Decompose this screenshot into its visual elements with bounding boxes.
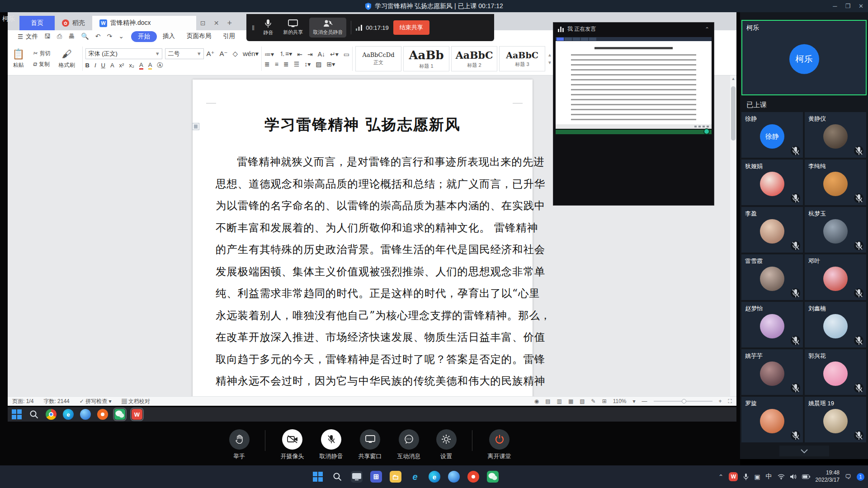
teams-icon[interactable]: ⊞ [370,471,382,483]
start-icon[interactable] [11,409,22,420]
integrate-mode-icon[interactable]: ⊡ [196,16,210,30]
start-icon[interactable] [312,471,324,483]
close-doc-icon[interactable]: ✕ [210,16,223,30]
explorer-icon[interactable]: 🗀 [390,471,401,483]
style-scroll-up-icon[interactable]: ▲ [547,52,552,57]
participant-tile[interactable]: 李纯纯 [805,160,866,205]
participant-tile[interactable]: 刘鑫楠 [805,302,866,347]
export-icon[interactable]: ⎙ [57,33,62,40]
edge-icon[interactable]: e [429,471,440,483]
participant-tile[interactable]: 杭梦玉 [805,207,866,253]
participant-tile[interactable]: 郭兴花 [805,349,866,395]
bold-icon[interactable]: B [85,62,90,69]
battery-icon[interactable] [802,474,810,479]
taskbar-clock[interactable]: 19:48 2022/3/17 [816,469,840,483]
style-标题 2[interactable]: AaBbC 标题 2 [451,46,497,71]
ime-indicator[interactable]: 中 [766,473,772,481]
notification-center-icon[interactable]: 🗨 [845,473,851,480]
wps-tray-icon[interactable]: W [729,472,738,481]
scroll-up-icon[interactable]: ▲ [730,75,736,82]
participant-tile[interactable]: 姚芋芋 [741,349,803,395]
taskview-icon[interactable] [351,471,363,483]
document-page[interactable]: 学习雷锋精神 弘扬志愿新风 雷锋精神就狭义而言，是对雷锋的言行和事迹所表现出来的… [193,80,533,396]
end-share-button[interactable]: 结束共享 [393,20,429,35]
zoom-in-icon[interactable]: + [719,398,722,404]
print-icon[interactable]: 🖶 [68,33,75,40]
style-正文[interactable]: AaBbCcDd 正文 [355,46,401,71]
grow-font-icon[interactable]: A⁺ [207,50,215,58]
border-icon[interactable]: ⊞▾ [326,61,335,68]
indent-icon[interactable]: ⇥ [307,51,313,58]
menu-tab-引用[interactable]: 引用 [217,31,241,42]
participant-tile[interactable]: 赵梦怡 [741,302,803,347]
redo-icon[interactable]: ↷ [107,33,113,40]
collapse-grid-button[interactable] [779,446,829,456]
speaker-tile[interactable]: 柯乐 柯乐 [741,20,867,95]
clear-format-icon[interactable]: ◇ [232,50,238,58]
app-orange-icon[interactable] [97,409,108,420]
font-size-select[interactable]: 二号 ▾ [165,48,204,59]
font-color-icon[interactable]: A [139,61,143,70]
self-preview-window[interactable]: 我 正在发言 ⌃ [553,22,714,206]
ie-icon[interactable]: e [409,471,421,483]
spellcheck-button[interactable]: ✓ 拼写检查 ▾ [80,398,112,405]
zoom-dropdown-icon[interactable]: ▾ [633,398,636,404]
font-name-select[interactable]: 宋体 (正文) ▾ [85,48,162,59]
paste-button[interactable]: 📋 粘贴 [8,48,29,69]
underline-icon[interactable]: U [101,62,105,69]
para-mark-icon[interactable]: ↵▾ [330,51,339,58]
fullscreen-icon[interactable]: ⛶ [728,398,732,404]
toolbar-取消全员静音[interactable]: 取消全员静音 [309,18,346,38]
style-scroll-down-icon[interactable]: ▼ [547,60,552,65]
participant-tile[interactable]: 狄娅娟 [741,160,803,205]
numbered-list-icon[interactable]: ⒈≡▾ [279,50,292,58]
zoom-out-icon[interactable]: — [642,398,647,404]
minimize-icon[interactable]: ─ [833,3,837,9]
preview-icon[interactable]: 🔍 [81,33,89,40]
notification-badge[interactable]: 1 [857,473,864,481]
copy-button[interactable]: ⧉复制 [33,61,50,68]
format-painter-button[interactable]: 🖌 格式刷 [54,48,80,69]
participant-tile[interactable]: 雷雪霞 [741,254,803,300]
mic-tray-icon[interactable] [743,474,749,480]
sphere-icon[interactable] [80,409,91,420]
outline-view-icon[interactable]: ▥ [557,398,562,404]
menu-tab-插入[interactable]: 插入 [157,31,181,42]
control-离开课堂[interactable]: 离开课堂 [488,429,511,460]
participant-tile[interactable]: 罗旋 [741,397,803,442]
shading-icon[interactable]: ▨ [316,61,321,68]
control-取消静音[interactable]: 取消静音 [320,429,343,460]
proofread-button[interactable]: ▦ 文档校对 [121,398,150,405]
hidden-icons-chevron-icon[interactable]: ⌃ [718,473,724,480]
search-icon[interactable] [331,471,343,483]
toolbar-新的共享[interactable]: 新的共享 [279,18,307,38]
menu-tab-开始[interactable]: 开始 [131,31,157,42]
pen-icon[interactable]: ✎ [591,398,596,404]
style-标题 1[interactable]: AaBb 标题 1 [403,46,449,71]
align-center-icon[interactable]: ≡ [275,61,278,68]
word-count[interactable]: 字数: 2144 [43,398,69,405]
wps-icon[interactable]: W [132,409,142,420]
save-icon[interactable]: 🖫 [44,33,51,40]
zoom-fit-icon[interactable]: ⊞ [602,398,607,404]
drag-handle-icon[interactable]: ‖ [252,24,255,32]
highlight-icon[interactable]: A [148,61,152,70]
vertical-scrollbar[interactable]: ▲ [730,75,736,396]
strike-icon[interactable]: A [110,62,114,69]
participant-tile[interactable]: 黄静仪 [805,112,866,158]
participant-tile[interactable]: 邓叶 [805,254,866,300]
app-red-icon[interactable] [467,471,479,483]
align-left-icon[interactable]: ≣ [264,61,270,68]
control-共享窗口[interactable]: 共享窗口 [359,429,382,460]
control-设置[interactable]: 设置 [436,429,457,460]
wifi-icon[interactable] [778,474,785,479]
display-tray-icon[interactable]: ▣ [754,473,760,480]
edge-icon[interactable]: e [63,409,74,420]
tab-document[interactable]: W 雷锋精神.docx [92,16,196,30]
italic-icon[interactable]: I [94,62,96,69]
sphere-icon[interactable] [448,471,460,483]
chrome-icon[interactable] [46,409,57,420]
outdent-icon[interactable]: ⇤ [297,51,302,58]
participant-tile[interactable]: 李盈 [741,207,803,253]
participant-tile[interactable]: 徐静 徐静 [741,112,803,158]
